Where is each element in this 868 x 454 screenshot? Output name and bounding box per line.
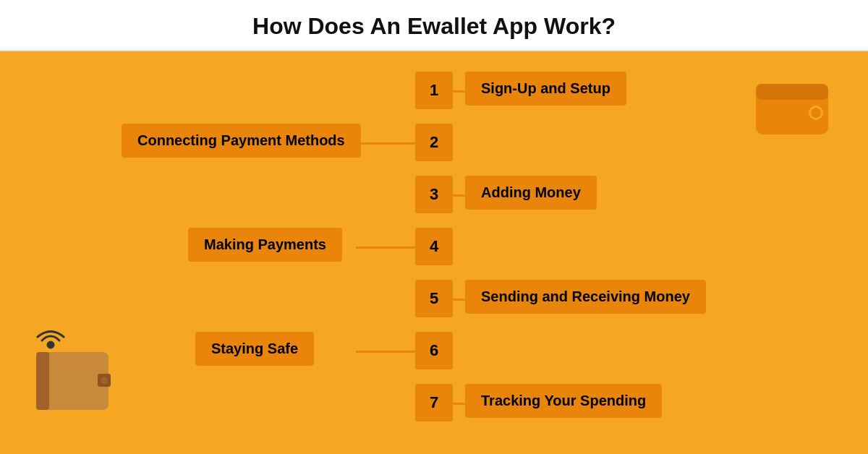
step-3-label: Adding Money <box>465 176 597 210</box>
connector-4 <box>356 247 415 249</box>
step-6-label: Staying Safe <box>195 332 314 366</box>
step-5-badge: 5 <box>415 280 453 317</box>
wallet-icon-bottom <box>29 330 123 420</box>
step-1-label: Sign-Up and Setup <box>465 72 626 106</box>
page-header: How Does An Ewallet App Work? <box>0 0 868 51</box>
step-4-label: Making Payments <box>188 228 342 262</box>
connector-7 <box>453 403 465 405</box>
main-content: 1 2 3 4 5 6 7 Sign-Up and Setup Adding M… <box>0 51 868 442</box>
step-6-badge: 6 <box>415 332 453 369</box>
step-2-badge: 2 <box>415 124 453 161</box>
step-7-badge: 7 <box>415 384 453 421</box>
connector-6 <box>356 351 415 353</box>
connector-3 <box>453 194 465 197</box>
svg-rect-5 <box>36 352 49 410</box>
svg-point-8 <box>47 341 54 348</box>
step-7-label: Tracking Your Spending <box>465 384 662 418</box>
step-5-label: Sending and Receiving Money <box>465 280 706 314</box>
page-title: How Does An Ewallet App Work? <box>0 13 868 40</box>
step-2-label: Connecting Payment Methods <box>122 124 361 158</box>
step-4-badge: 4 <box>415 228 453 265</box>
connector-1 <box>453 90 465 93</box>
wallet-icon-top <box>752 73 832 141</box>
connector-5 <box>453 299 465 301</box>
connector-2 <box>356 142 415 145</box>
step-1-badge: 1 <box>415 72 453 109</box>
svg-point-7 <box>101 377 108 384</box>
svg-rect-1 <box>756 84 828 100</box>
svg-point-3 <box>811 108 821 118</box>
step-3-badge: 3 <box>415 176 453 213</box>
